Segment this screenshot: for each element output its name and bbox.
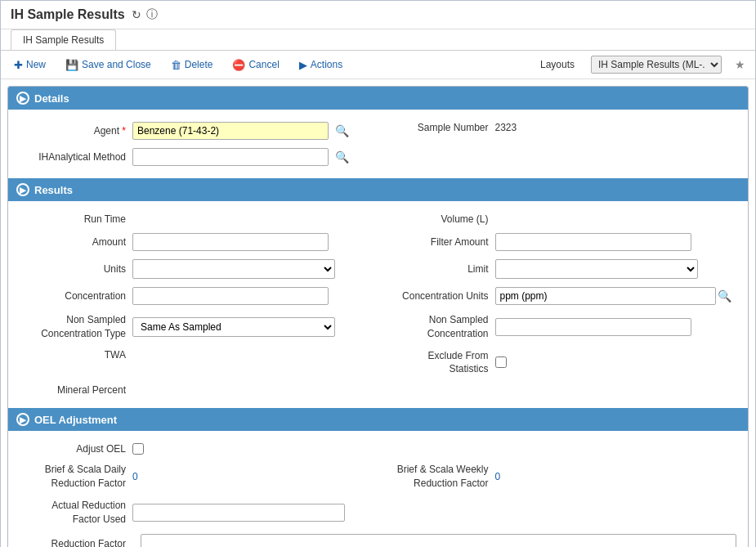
- oel-section: ▶ OEL Adjustment Adjust OEL Brief & Scal…: [8, 408, 748, 547]
- cancel-icon: ⛔: [232, 59, 245, 71]
- non-sampled-type-col: Non SampledConcentration Type Same As Sa…: [20, 313, 374, 341]
- filter-amount-col: Filter Amount: [382, 233, 737, 251]
- cancel-button[interactable]: ⛔ Cancel: [229, 57, 282, 73]
- layouts-label: Layouts: [540, 59, 575, 70]
- title-bar: IH Sample Results ↻ ⓘ: [1, 1, 755, 29]
- title-bar-icons: ↻ ⓘ: [132, 7, 158, 22]
- actual-reduction-row: Actual ReductionFactor Used: [20, 495, 736, 531]
- ih-analytical-input[interactable]: [132, 148, 329, 166]
- sample-number-col: Sample Number 2323: [382, 122, 737, 133]
- details-toggle[interactable]: ▶: [16, 92, 29, 105]
- mineral-row: Mineral Percent: [20, 380, 736, 400]
- new-button[interactable]: ✚ New: [11, 57, 49, 73]
- non-sampled-conc-input[interactable]: [495, 318, 691, 336]
- main-tab[interactable]: IH Sample Results: [11, 29, 116, 50]
- twa-label: TWA: [20, 349, 126, 361]
- delete-button[interactable]: 🗑 Delete: [168, 57, 217, 73]
- non-sampled-conc-col: Non SampledConcentration: [382, 313, 737, 341]
- ih-analytical-col: IHAnalytical Method 🔍: [20, 148, 374, 166]
- brief-daily-label: Brief & Scala DailyReduction Factor: [20, 463, 126, 491]
- page-title: IH Sample Results: [11, 7, 125, 22]
- volume-col: Volume (L): [382, 213, 737, 225]
- concentration-row: Concentration Concentration Units 🔍: [20, 283, 736, 309]
- brief-scala-row: Brief & Scala DailyReduction Factor 0 Br…: [20, 459, 736, 495]
- concentration-units-search-icon[interactable]: 🔍: [718, 289, 731, 303]
- actions-icon: ▶: [299, 59, 307, 71]
- concentration-units-label: Concentration Units: [382, 290, 489, 302]
- reduction-comments-label: Reduction FactorComments: [20, 534, 126, 547]
- main-content: ▶ Details Agent 🔍 Sample Number 2323: [7, 86, 749, 547]
- concentration-units-input[interactable]: [495, 287, 716, 305]
- limit-select[interactable]: [495, 259, 698, 279]
- twa-col: TWA: [20, 349, 374, 361]
- non-sampled-type-select[interactable]: Same As Sampled Other: [132, 317, 335, 337]
- amount-col: Amount: [20, 233, 374, 251]
- adjust-oel-row: Adjust OEL: [20, 439, 736, 459]
- actual-reduction-input[interactable]: [132, 504, 345, 522]
- details-section: ▶ Details Agent 🔍 Sample Number 2323: [8, 87, 748, 178]
- reduction-comments-textarea[interactable]: [141, 534, 736, 547]
- layouts-select[interactable]: IH Sample Results (ML-...: [591, 56, 722, 74]
- concentration-label: Concentration: [20, 290, 126, 302]
- brief-weekly-label: Brief & Scala WeeklyReduction Factor: [382, 463, 489, 491]
- concentration-col: Concentration: [20, 287, 374, 305]
- brief-weekly-value: 0: [495, 471, 501, 482]
- non-sampled-conc-label: Non SampledConcentration: [382, 313, 489, 341]
- actual-reduction-col: Actual ReductionFactor Used: [20, 499, 374, 527]
- delete-icon: 🗑: [171, 59, 181, 71]
- results-toggle[interactable]: ▶: [16, 183, 29, 196]
- sample-number-value: 2323: [495, 122, 517, 133]
- back-icon[interactable]: ↻: [132, 7, 141, 22]
- brief-weekly-col: Brief & Scala WeeklyReduction Factor 0: [382, 463, 737, 491]
- agent-input[interactable]: [132, 122, 329, 140]
- actions-button[interactable]: ▶ Actions: [296, 57, 346, 73]
- save-icon: 💾: [65, 59, 78, 71]
- twa-exclude-row: TWA Exclude FromStatistics: [20, 345, 736, 381]
- filter-amount-input[interactable]: [495, 233, 691, 251]
- concentration-units-col: Concentration Units 🔍: [382, 287, 737, 305]
- oel-header: ▶ OEL Adjustment: [8, 408, 748, 431]
- info-icon[interactable]: ⓘ: [146, 7, 158, 22]
- app-container: IH Sample Results ↻ ⓘ IH Sample Results …: [0, 0, 756, 547]
- mineral-col: Mineral Percent: [20, 384, 374, 396]
- runtime-volume-row: Run Time Volume (L): [20, 209, 736, 229]
- exclude-col: Exclude FromStatistics: [382, 349, 737, 377]
- runtime-label: Run Time: [20, 213, 126, 225]
- new-icon: ✚: [14, 59, 23, 71]
- non-sampled-type-label: Non SampledConcentration Type: [20, 313, 126, 341]
- details-content: Agent 🔍 Sample Number 2323 IHAnalytical …: [8, 110, 748, 178]
- agent-label: Agent: [20, 125, 126, 137]
- runtime-col: Run Time: [20, 213, 374, 225]
- toolbar: ✚ New 💾 Save and Close 🗑 Delete ⛔ Cancel…: [1, 51, 755, 79]
- adjust-oel-col: Adjust OEL: [20, 443, 374, 455]
- limit-label: Limit: [382, 263, 489, 275]
- oel-toggle[interactable]: ▶: [16, 413, 29, 426]
- star-icon[interactable]: ★: [735, 58, 745, 71]
- agent-row: Agent 🔍 Sample Number 2323: [20, 118, 736, 144]
- adjust-oel-checkbox[interactable]: [132, 443, 144, 455]
- results-section: ▶ Results Run Time Volume (L) Amount: [8, 178, 748, 408]
- mineral-label: Mineral Percent: [20, 384, 126, 396]
- results-content: Run Time Volume (L) Amount Filter Amount: [8, 201, 748, 408]
- brief-daily-col: Brief & Scala DailyReduction Factor 0: [20, 463, 374, 491]
- ih-analytical-label: IHAnalytical Method: [20, 151, 126, 163]
- results-header: ▶ Results: [8, 178, 748, 201]
- sample-number-label: Sample Number: [382, 122, 489, 133]
- amount-input[interactable]: [132, 233, 329, 251]
- tab-bar: IH Sample Results: [1, 29, 755, 51]
- save-close-button[interactable]: 💾 Save and Close: [62, 57, 154, 73]
- concentration-units-group: 🔍: [495, 287, 731, 305]
- units-select[interactable]: [132, 259, 335, 279]
- units-col: Units: [20, 259, 374, 279]
- oel-content: Adjust OEL Brief & Scala DailyReduction …: [8, 431, 748, 547]
- concentration-input[interactable]: [132, 287, 329, 305]
- limit-col: Limit: [382, 259, 737, 279]
- brief-daily-value: 0: [132, 471, 138, 482]
- units-label: Units: [20, 263, 126, 275]
- exclude-checkbox[interactable]: [495, 356, 507, 368]
- ih-analytical-search-icon[interactable]: 🔍: [335, 150, 349, 164]
- reduction-comments-row: Reduction FactorComments: [20, 530, 736, 547]
- amount-filter-row: Amount Filter Amount: [20, 229, 736, 255]
- ih-analytical-row: IHAnalytical Method 🔍: [20, 144, 736, 170]
- agent-search-icon[interactable]: 🔍: [335, 124, 349, 137]
